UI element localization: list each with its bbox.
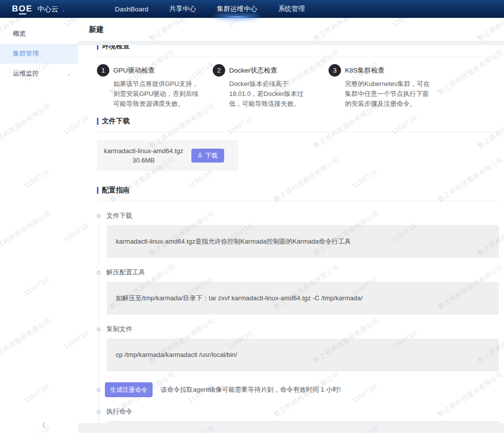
sidebar-item-cluster-management[interactable]: 集群管理 [0, 44, 78, 64]
sidebar-item-label: 概览 [13, 29, 26, 38]
product-name: 中心云 [37, 5, 58, 14]
guide-item-label: 复制文件 [106, 325, 132, 334]
env-check-steps: 1 GPU驱动检查 如果该节点将提供GPU支持，则需安装GPU驱动，否则后续可能… [97, 64, 499, 109]
register-command-box: karmadactl register 172.2 --token 15f95t… [107, 421, 499, 423]
step-title: GPU驱动检查 [113, 64, 199, 75]
step-number-badge: 3 [329, 64, 341, 77]
guide-item-exec-command: 执行命令 karmadactl register 172.2 --token 1… [97, 407, 499, 423]
guide-item-file-download: 文件下载 karmadactl-linux-amd64.tgz是指允许你控制Ka… [97, 211, 499, 258]
sidebar-item-label: 集群管理 [13, 49, 39, 58]
step-number-badge: 2 [213, 64, 225, 77]
nav-dashboard[interactable]: DashBoard [104, 0, 159, 18]
step-description: Docker版本必须高于18.01.0，若Docker版本过低，可能导致连接失败… [229, 79, 315, 109]
nav-system-management[interactable]: 系统管理 [268, 0, 316, 18]
section-title-env-check: 环境检查 [97, 45, 499, 51]
sidebar-item-overview[interactable]: 概览 [0, 24, 78, 44]
new-cluster-card: 环境检查 1 GPU驱动检查 如果该节点将提供GPU支持，则需安装GPU驱动，否… [78, 45, 504, 423]
step-description: 如果该节点将提供GPU支持，则需安装GPU驱动，否则后续可能导致资源调度失败。 [113, 79, 199, 109]
generate-register-command-button[interactable]: 生成注册命令 [105, 382, 153, 397]
chevron-down-icon: ⌄ [67, 71, 71, 77]
generate-command-note: 该命令拉取agent镜像可能需要等待片刻，命令有效时间 1 小时! [161, 385, 341, 394]
nav-share-center[interactable]: 共享中心 [159, 0, 207, 18]
sidebar-item-label: 运维监控 [13, 69, 39, 78]
main-nav: DashBoard 共享中心 集群运维中心 系统管理 [104, 0, 316, 18]
guide-item-unzip: 解压配置工具 如解压至/tmp/karmada/目录下：tar zxvf kar… [97, 268, 499, 315]
file-download-section: 文件下载 karmadactl-linux-amd64.tgz 30.6MB 下… [97, 117, 499, 171]
step-bullet-icon [97, 214, 100, 218]
guide-item-label: 解压配置工具 [106, 268, 145, 277]
divider [97, 57, 499, 57]
config-guide-section: 配置指南 文件下载 karmadactl-linux-amd64.tgz是指允许… [97, 186, 499, 423]
chevron-down-icon: ⌄ [61, 7, 65, 12]
sidebar-collapse-button[interactable]: 《 [39, 421, 45, 430]
step-description: 完整的Kubernetes集群，可在集群中任意一个节点执行下面的安装步骤及注册命… [345, 79, 430, 109]
env-step-docker: 2 Docker状态检查 Docker版本必须高于18.01.0，若Docker… [213, 64, 329, 109]
page-title: 新建 [89, 25, 104, 34]
top-navbar: BOE 中心云 ⌄ DashBoard 共享中心 集群运维中心 系统管理 [0, 0, 504, 18]
guide-item-description-box: cp /tmp/karmada/karmadactl /usr/local/bi… [107, 339, 499, 371]
guide-item-label: 文件下载 [106, 211, 132, 220]
guide-item-description-box: karmadactl-linux-amd64.tgz是指允许你控制Karmada… [107, 225, 499, 258]
brand-logo[interactable]: BOE 中心云 ⌄ [12, 4, 86, 14]
step-bullet-icon [97, 271, 100, 274]
section-title-file-download: 文件下载 [97, 117, 499, 126]
file-size: 30.6MB [104, 156, 183, 165]
step-bullet-icon [97, 328, 100, 331]
guide-item-generate-command: 生成注册命令 该命令拉取agent镜像可能需要等待片刻，命令有效时间 1 小时! [97, 382, 499, 397]
sidebar-item-ops-monitoring[interactable]: 运维监控 ⌄ [0, 64, 78, 84]
page-header: 新建 [78, 18, 504, 41]
step-bullet-icon [97, 388, 100, 392]
env-step-k8s: 3 K8S集群检查 完整的Kubernetes集群，可在集群中任意一个节点执行下… [329, 64, 458, 109]
step-title: K8S集群检查 [345, 64, 430, 75]
download-button[interactable]: 下载 [191, 149, 224, 163]
divider [97, 132, 499, 132]
step-number-badge: 1 [97, 64, 109, 77]
guide-item-label: 执行命令 [106, 407, 132, 416]
download-button-label: 下载 [205, 152, 218, 160]
download-icon [197, 152, 203, 159]
divider [97, 201, 499, 201]
file-name: karmadactl-linux-amd64.tgz [104, 146, 183, 156]
download-file-card: karmadactl-linux-amd64.tgz 30.6MB 下载 [97, 140, 239, 171]
config-guide-list: 文件下载 karmadactl-linux-amd64.tgz是指允许你控制Ka… [97, 211, 499, 423]
section-title-config-guide: 配置指南 [97, 186, 499, 195]
guide-item-copy-file: 复制文件 cp /tmp/karmada/karmadactl /usr/loc… [97, 325, 499, 371]
nav-cluster-ops-center[interactable]: 集群运维中心 [207, 0, 268, 18]
step-bullet-icon [97, 410, 100, 414]
guide-item-description-box: 如解压至/tmp/karmada/目录下：tar zxvf karmadactl… [107, 282, 499, 315]
env-step-gpu: 1 GPU驱动检查 如果该节点将提供GPU支持，则需安装GPU驱动，否则后续可能… [97, 64, 213, 109]
main-content: 新建 环境检查 1 GPU驱动检查 如果该节点将提供GPU支持，则需安装GPU驱… [78, 18, 504, 433]
boe-logo: BOE [12, 4, 32, 14]
step-title: Docker状态检查 [229, 64, 315, 75]
sidebar: 概览 集群管理 运维监控 ⌄ 《 [0, 18, 78, 433]
